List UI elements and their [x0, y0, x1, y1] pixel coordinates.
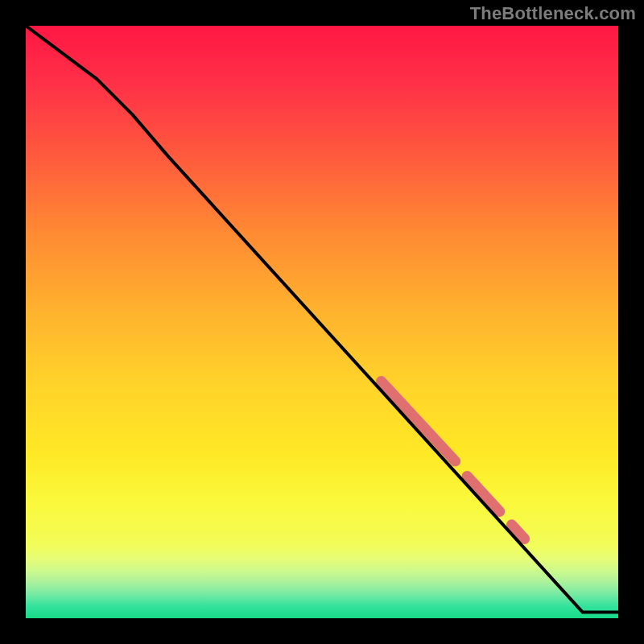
- highlighted-segments: [382, 382, 525, 539]
- highlight-segment: [382, 382, 456, 461]
- overlay-svg: [26, 26, 618, 618]
- highlight-segment: [467, 476, 500, 511]
- attribution-label: TheBottleneck.com: [470, 3, 636, 24]
- plot-area: [26, 26, 618, 618]
- chart-stage: TheBottleneck.com: [0, 0, 644, 644]
- main-curve: [26, 26, 618, 613]
